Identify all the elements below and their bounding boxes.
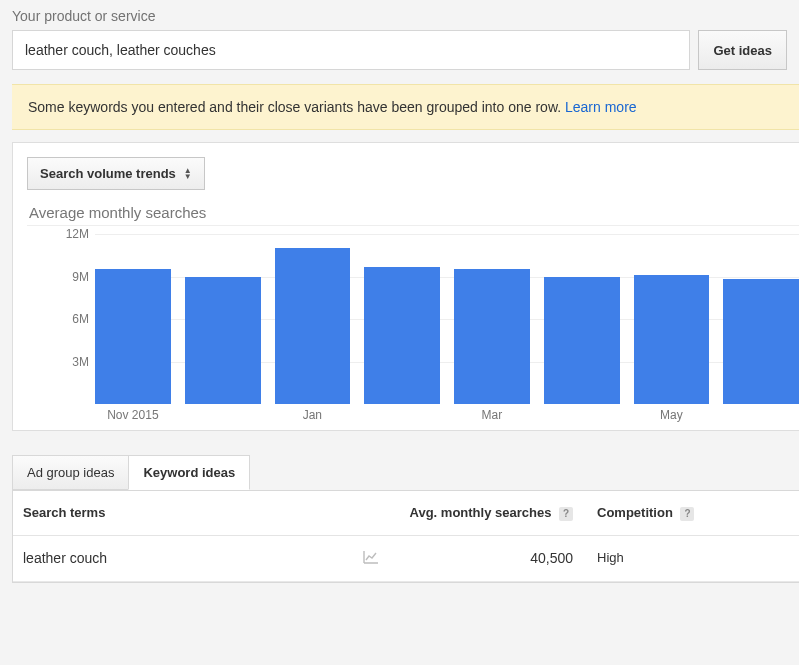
keyword-ideas-table: Search terms Avg. monthly searches ? Com… xyxy=(12,490,799,583)
bar-column xyxy=(95,269,171,404)
bar-column xyxy=(364,267,440,404)
trend-chart-icon[interactable] xyxy=(363,550,379,567)
x-axis-labels: Nov 2015JanMarMay xyxy=(95,408,799,424)
bar-chart: 3M6M9M12MNov 2015JanMarMay xyxy=(95,234,799,424)
search-volume-trends-dropdown[interactable]: Search volume trends ▲▼ xyxy=(27,157,205,190)
help-icon[interactable]: ? xyxy=(559,507,573,521)
get-ideas-button[interactable]: Get ideas xyxy=(698,30,787,70)
col-header-avg-label: Avg. monthly searches xyxy=(410,505,552,520)
bar[interactable] xyxy=(364,267,440,404)
col-header-comp-label: Competition xyxy=(597,505,673,520)
col-header-competition[interactable]: Competition ? xyxy=(583,491,799,535)
bar[interactable] xyxy=(723,279,799,404)
ideas-tabs: Ad group ideas Keyword ideas xyxy=(12,455,799,490)
bar[interactable] xyxy=(544,277,620,405)
bar[interactable] xyxy=(185,277,261,405)
bar-column xyxy=(544,277,620,405)
notice-text: Some keywords you entered and their clos… xyxy=(28,99,561,115)
tab-ad-group-ideas[interactable]: Ad group ideas xyxy=(12,455,129,490)
table-header-row: Search terms Avg. monthly searches ? Com… xyxy=(13,490,799,536)
table-row[interactable]: leather couch40,500High xyxy=(13,536,799,582)
grouped-keywords-notice: Some keywords you entered and their clos… xyxy=(12,84,799,130)
bar[interactable] xyxy=(454,269,530,404)
x-tick-label xyxy=(185,408,261,424)
x-tick-label xyxy=(364,408,440,424)
col-header-search-terms[interactable]: Search terms xyxy=(13,491,353,535)
bar[interactable] xyxy=(275,248,351,404)
cell-competition: High xyxy=(583,536,799,581)
y-tick-label: 3M xyxy=(45,355,89,369)
tab-keyword-ideas[interactable]: Keyword ideas xyxy=(128,455,250,490)
avg-searches-value: 40,500 xyxy=(530,550,573,566)
x-tick-label xyxy=(544,408,620,424)
col-header-avg-searches[interactable]: Avg. monthly searches ? xyxy=(353,491,583,535)
product-input[interactable] xyxy=(12,30,690,70)
bar[interactable] xyxy=(634,275,710,404)
sort-icon: ▲▼ xyxy=(184,168,192,180)
bar-column xyxy=(454,269,530,404)
cell-search-term: leather couch xyxy=(13,536,353,581)
x-tick-label: Mar xyxy=(454,408,530,424)
chart-panel: Search volume trends ▲▼ Average monthly … xyxy=(12,142,799,431)
bar-column xyxy=(275,248,351,404)
help-icon[interactable]: ? xyxy=(680,507,694,521)
bars-row xyxy=(95,234,799,404)
chart-title: Average monthly searches xyxy=(29,204,799,221)
y-tick-label: 9M xyxy=(45,270,89,284)
x-tick-label: May xyxy=(634,408,710,424)
x-tick-label: Nov 2015 xyxy=(95,408,171,424)
y-tick-label: 6M xyxy=(45,312,89,326)
bar-column xyxy=(634,275,710,404)
cell-avg-searches: 40,500 xyxy=(353,536,583,581)
y-tick-label: 12M xyxy=(45,227,89,241)
bar[interactable] xyxy=(95,269,171,404)
x-tick-label xyxy=(723,408,799,424)
x-tick-label: Jan xyxy=(275,408,351,424)
trends-dropdown-label: Search volume trends xyxy=(40,166,176,181)
learn-more-link[interactable]: Learn more xyxy=(565,99,637,115)
bar-column xyxy=(723,279,799,404)
bar-column xyxy=(185,277,261,405)
product-field-label: Your product or service xyxy=(12,8,787,24)
